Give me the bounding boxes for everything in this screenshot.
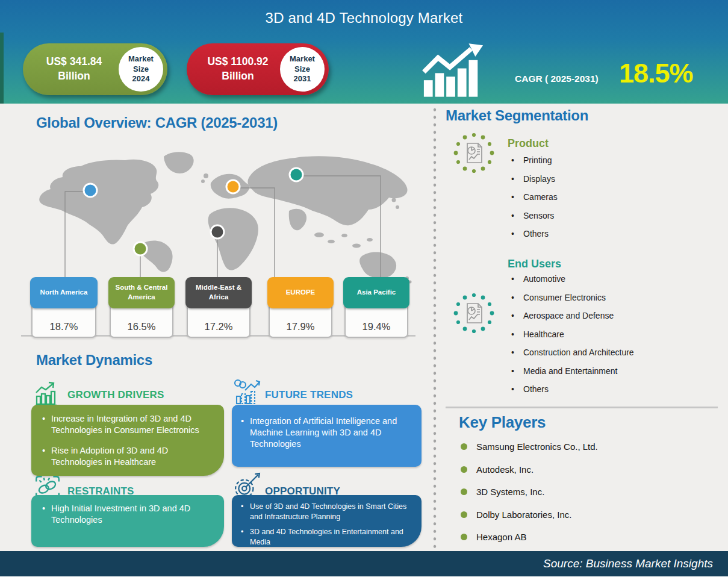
world-map bbox=[36, 145, 422, 284]
circle-2024-year: 2024 bbox=[132, 74, 150, 84]
value-2031: US$ 1100.92 bbox=[207, 55, 268, 69]
region-card-north-america: 18.7% North America bbox=[30, 277, 98, 332]
bullet-dot-icon bbox=[461, 466, 467, 473]
forecast-trend-icon bbox=[233, 378, 262, 406]
region-name: Asia Pacific bbox=[343, 277, 409, 308]
bullet-dot-icon bbox=[461, 511, 467, 518]
key-player-name: Samsung Electronics Co., Ltd. bbox=[476, 441, 598, 452]
dotted-separator-line bbox=[433, 106, 437, 549]
region-card-asia-pacific: 19.4% Asia Pacific bbox=[343, 277, 409, 332]
end-users-report-dotted-circle-icon bbox=[452, 293, 496, 334]
end-user-item: Automotive bbox=[509, 274, 702, 284]
restraint-item: High Initial Investment in 3D and 4D Tec… bbox=[41, 503, 214, 526]
growth-driver-item: Rise in Adoption of 3D and 4D Technologi… bbox=[41, 445, 214, 468]
product-item: Printing bbox=[509, 155, 702, 165]
key-player-item: Samsung Electronics Co., Ltd. bbox=[461, 441, 598, 452]
page-title: 3D and 4D Technology Market bbox=[0, 10, 728, 27]
region-card-south-central-america: 16.5% South & Central America bbox=[108, 277, 175, 332]
key-player-item: 3D Systems, Inc. bbox=[461, 487, 598, 497]
header-banner: 3D and 4D Technology Market US$ 341.84 B… bbox=[0, 0, 728, 104]
end-user-item: Construction and Architecture bbox=[509, 348, 702, 357]
unit-2031: Billion bbox=[222, 69, 254, 84]
cagr-label: CAGR ( 2025-2031) bbox=[515, 73, 599, 84]
cagr-value: 18.5% bbox=[619, 58, 693, 89]
restraints-box: High Initial Investment in 3D and 4D Tec… bbox=[31, 495, 224, 547]
key-player-name: Autodesk, Inc. bbox=[476, 464, 534, 475]
product-item: Displays bbox=[509, 174, 702, 184]
infographic-page: 3D and 4D Technology Market US$ 341.84 B… bbox=[0, 0, 728, 580]
key-players-list: Samsung Electronics Co., Ltd. Autodesk, … bbox=[461, 441, 598, 555]
key-player-item: Autodesk, Inc. bbox=[461, 464, 598, 475]
opportunity-box: Use of 3D and 4D Technologies in Smart C… bbox=[232, 495, 422, 547]
market-size-2031-value: US$ 1100.92 Billion bbox=[193, 43, 283, 95]
key-player-name: 3D Systems, Inc. bbox=[476, 487, 544, 497]
product-list: Printing Displays Cameras Sensors Others bbox=[509, 155, 702, 248]
future-trends-label: FUTURE TRENDS bbox=[265, 389, 353, 401]
circle-2031-line1: Market bbox=[290, 54, 315, 64]
key-player-name: Hexagon AB bbox=[476, 532, 526, 542]
product-item: Others bbox=[509, 229, 702, 239]
product-item: Cameras bbox=[509, 192, 702, 202]
market-size-2031-badge: US$ 1100.92 Billion Market Size 2031 bbox=[187, 43, 329, 95]
market-size-2024-circle: Market Size 2024 bbox=[119, 47, 163, 92]
circle-2024-line2: Size bbox=[133, 64, 149, 75]
region-name: North America bbox=[30, 277, 98, 308]
market-size-2024-badge: US$ 341.84 Billion Market Size 2024 bbox=[23, 43, 167, 95]
europe-marker-dot bbox=[226, 180, 240, 193]
end-users-list: Automotive Consumer Electronics Aerospac… bbox=[509, 274, 702, 403]
key-player-item: Dolby Laboratories, Inc. bbox=[461, 510, 598, 520]
bar-chart-rising-arrow-icon bbox=[420, 41, 485, 98]
product-report-dotted-circle-icon bbox=[452, 133, 496, 173]
middle-east-africa-marker-dot bbox=[211, 225, 224, 239]
key-players-heading: Key Players bbox=[459, 413, 546, 432]
market-size-2024-value: US$ 341.84 Billion bbox=[29, 43, 119, 95]
circle-2024-line1: Market bbox=[128, 54, 154, 64]
region-card-europe: 17.9% EUROPE bbox=[267, 277, 334, 332]
map-continents bbox=[39, 152, 411, 283]
source-credit: Source: Business Market Insights bbox=[543, 551, 713, 576]
end-user-item: Healthcare bbox=[509, 329, 702, 339]
left-accent-stripe bbox=[0, 33, 4, 104]
region-name: Middle-East & Africa bbox=[185, 277, 252, 308]
growth-drivers-label: GROWTH DRIVERS bbox=[67, 389, 164, 401]
footer-bar: Source: Business Market Insights bbox=[0, 551, 728, 576]
global-overview-heading: Global Overview: CAGR (2025-2031) bbox=[36, 114, 278, 131]
end-users-group-title: End Users bbox=[508, 258, 561, 270]
bullet-dot-icon bbox=[461, 488, 467, 495]
bullet-dot-icon bbox=[461, 534, 467, 540]
asia-pacific-marker-dot bbox=[290, 168, 303, 181]
region-card-middle-east-africa: 17.2% Middle-East & Africa bbox=[185, 277, 252, 332]
north-america-marker-dot bbox=[84, 184, 97, 197]
region-name: EUROPE bbox=[267, 277, 334, 308]
key-player-item: Hexagon AB bbox=[461, 532, 598, 542]
end-user-item: Others bbox=[509, 384, 702, 394]
key-player-name: Dolby Laboratories, Inc. bbox=[476, 510, 571, 520]
future-trends-box: Integration of Artificial Intelligence a… bbox=[232, 405, 422, 467]
region-name: South & Central America bbox=[108, 277, 175, 308]
product-group-title: Product bbox=[508, 137, 549, 150]
value-2024: US$ 341.84 bbox=[46, 55, 102, 69]
growth-driver-item: Increase in Integration of 3D and 4D Tec… bbox=[41, 413, 214, 436]
growth-bar-chart-icon bbox=[33, 379, 62, 407]
opportunity-item: 3D and 4D Technologies in Entertainment … bbox=[240, 527, 414, 547]
market-size-2031-circle: Market Size 2031 bbox=[280, 47, 325, 92]
segmentation-players-divider bbox=[446, 407, 718, 408]
bullet-dot-icon bbox=[461, 443, 467, 450]
end-user-item: Media and Entertainment bbox=[509, 366, 702, 376]
growth-drivers-box: Increase in Integration of 3D and 4D Tec… bbox=[31, 405, 224, 476]
market-dynamics-heading: Market Dynamics bbox=[36, 352, 152, 369]
end-user-item: Consumer Electronics bbox=[509, 293, 702, 302]
market-segmentation-heading: Market Segmentation bbox=[446, 107, 588, 124]
unit-2024: Billion bbox=[58, 69, 90, 84]
product-item: Sensors bbox=[509, 211, 702, 220]
opportunity-item: Use of 3D and 4D Technologies in Smart C… bbox=[240, 502, 414, 522]
south-central-america-marker-dot bbox=[134, 242, 147, 255]
circle-2031-line2: Size bbox=[294, 64, 310, 75]
end-user-item: Aerospace and Defense bbox=[509, 311, 702, 320]
circle-2031-year: 2031 bbox=[294, 74, 311, 84]
future-trend-item: Integration of Artificial Intelligence a… bbox=[240, 416, 414, 450]
